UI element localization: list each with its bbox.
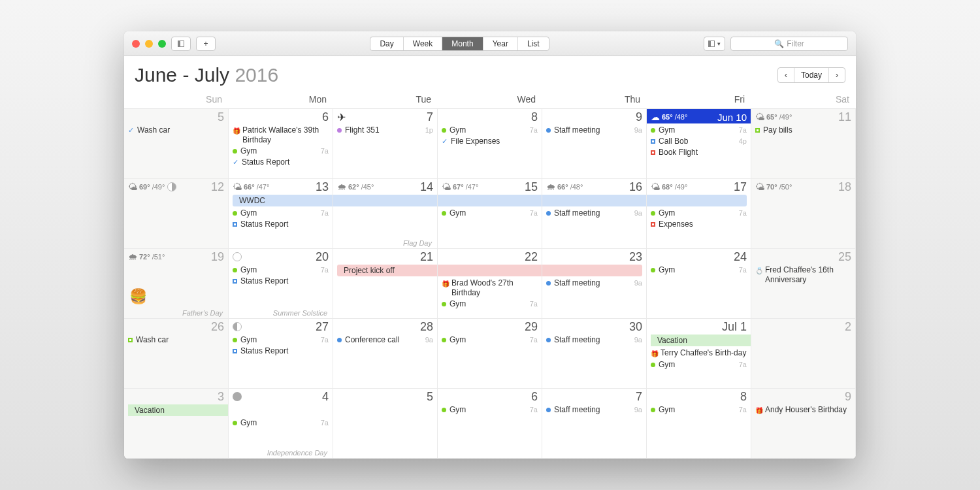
multi-day-event[interactable] <box>751 335 851 346</box>
task-checkbox[interactable] <box>233 222 237 227</box>
view-tab-year[interactable]: Year <box>483 37 518 50</box>
day-cell[interactable]: 🌤68°/49°17Gym7aExpenses <box>647 179 751 249</box>
day-cell[interactable]: 9🎁Andy Houser's Birthday <box>751 389 856 459</box>
day-cell[interactable]: 🌧62°/45°14Flag Day <box>333 179 438 249</box>
multi-day-event[interactable] <box>333 195 437 206</box>
day-cell[interactable]: ✈7Flight 3511p <box>333 109 438 179</box>
task-checkbox[interactable] <box>233 279 237 284</box>
event[interactable]: 🎁Terry Chaffee's Birth-day <box>651 348 747 359</box>
maximize-button[interactable] <box>158 40 166 48</box>
close-button[interactable] <box>132 40 140 48</box>
view-tab-week[interactable]: Week <box>404 37 442 50</box>
day-cell[interactable]: 29Gym7a <box>438 319 542 389</box>
event[interactable]: ✓Wash car <box>128 125 224 136</box>
event[interactable]: Staff meeting9a <box>546 335 642 346</box>
event[interactable]: Status Report <box>233 346 329 357</box>
day-cell[interactable]: 9Staff meeting9a <box>542 109 647 179</box>
today-button[interactable]: Today <box>794 68 829 82</box>
event[interactable]: Staff meeting9a <box>546 404 642 416</box>
day-cell[interactable]: 24Gym7a <box>647 249 751 319</box>
day-cell[interactable]: 6Gym7a <box>438 389 542 459</box>
event[interactable]: Staff meeting9a <box>546 125 642 136</box>
day-cell[interactable]: 4Gym7aIndependence Day <box>229 389 333 459</box>
day-cell[interactable]: 5✓Wash car <box>124 109 229 179</box>
event[interactable]: Gym7a <box>233 208 329 219</box>
appearance-button[interactable]: ▾ <box>704 37 725 51</box>
event[interactable]: Status Report <box>233 276 329 287</box>
event[interactable]: Staff meeting9a <box>546 208 642 219</box>
day-cell[interactable]: 8Gym7a✓File Expenses <box>438 109 542 179</box>
event[interactable]: ✓File Expenses <box>442 136 538 147</box>
event[interactable]: Expenses <box>651 219 747 230</box>
view-tab-month[interactable]: Month <box>442 37 483 50</box>
multi-day-event[interactable] <box>438 265 542 276</box>
multi-day-event[interactable] <box>438 195 542 206</box>
event[interactable]: Gym7a <box>233 335 329 346</box>
task-checkbox[interactable] <box>128 338 133 342</box>
day-cell[interactable]: 🌧66°/48°16Staff meeting9a <box>542 179 647 249</box>
event[interactable]: 💍Fred Chaffee's 16th Anniversary <box>755 265 851 286</box>
day-cell[interactable]: 🌤65°/49°11Pay bills <box>751 109 856 179</box>
day-cell[interactable]: 3Vacation <box>124 389 229 459</box>
day-cell[interactable]: 7Staff meeting9a <box>542 389 647 459</box>
day-cell[interactable]: 🌤67°/47°15Gym7a <box>438 179 542 249</box>
day-cell[interactable]: 26Wash car <box>124 319 229 389</box>
day-cell[interactable]: 21Project kick off <box>333 249 438 319</box>
event[interactable]: Gym7a <box>651 404 747 416</box>
event[interactable]: Gym7a <box>442 299 538 310</box>
event[interactable]: ✓Status Report <box>233 157 329 168</box>
event[interactable]: Gym7a <box>651 208 747 219</box>
day-cell[interactable]: 2 <box>751 319 856 389</box>
event[interactable]: Status Report <box>233 219 329 230</box>
multi-day-event[interactable] <box>542 265 642 276</box>
day-cell[interactable]: 8Gym7a <box>647 389 751 459</box>
day-cell[interactable]: 6🎁Patrick Wallace's 39th BirthdayGym7a✓S… <box>229 109 333 179</box>
event[interactable]: Gym7a <box>442 404 538 416</box>
multi-day-event[interactable]: Vacation <box>128 404 228 416</box>
event[interactable]: 🎁Brad Wood's 27th Birthday <box>442 278 538 299</box>
view-tab-day[interactable]: Day <box>370 37 403 50</box>
event[interactable]: Conference call9a <box>337 335 433 346</box>
multi-day-event[interactable] <box>647 195 747 206</box>
day-cell[interactable]: 27Gym7aStatus Report <box>229 319 333 389</box>
event[interactable]: Gym7a <box>651 125 747 136</box>
event[interactable]: Book Flight <box>651 147 747 158</box>
event[interactable]: Flight 3511p <box>337 125 433 136</box>
day-cell[interactable]: 🌤70°/50°18 <box>751 179 856 249</box>
task-checkbox[interactable] <box>755 128 760 133</box>
view-tab-list[interactable]: List <box>518 37 549 50</box>
event[interactable]: 🎁Patrick Wallace's 39th Birthday <box>233 125 329 146</box>
task-checkbox[interactable] <box>233 349 237 353</box>
event[interactable]: Gym7a <box>651 359 747 370</box>
day-cell[interactable]: 🌤66°/47°13WWDCGym7aStatus Report <box>229 179 333 249</box>
event[interactable]: 🎁Andy Houser's Birthday <box>755 404 851 416</box>
next-button[interactable]: › <box>829 68 845 82</box>
day-cell[interactable]: 🌤69°/49°12 <box>124 179 229 249</box>
day-cell[interactable]: 22🎁Brad Wood's 27th BirthdayGym7a <box>438 249 542 319</box>
minimize-button[interactable] <box>145 40 153 48</box>
add-button[interactable]: + <box>196 37 216 51</box>
event[interactable]: Gym7a <box>233 417 329 429</box>
day-cell[interactable]: Jul 1Vacation🎁Terry Chaffee's Birth-dayG… <box>647 319 751 389</box>
day-cell[interactable]: 25💍Fred Chaffee's 16th Anniversary <box>751 249 856 319</box>
day-cell[interactable]: ☁65°/48°Jun 10Gym7aCall Bob4pBook Flight <box>647 109 751 179</box>
day-cell[interactable]: 🌧72°/51°19🍔Father's Day <box>124 249 229 319</box>
day-cell[interactable]: 30Staff meeting9a <box>542 319 647 389</box>
multi-day-event[interactable] <box>333 404 433 416</box>
multi-day-event[interactable]: WWDC <box>233 195 333 206</box>
filter-input[interactable]: 🔍 Filter <box>730 37 848 51</box>
event[interactable]: Call Bob4p <box>651 136 747 147</box>
day-cell[interactable]: 5 <box>333 389 438 459</box>
event[interactable]: Gym7a <box>442 335 538 346</box>
event[interactable]: Gym7a <box>233 265 329 276</box>
multi-day-event[interactable] <box>229 404 333 416</box>
sidebar-toggle-button[interactable] <box>171 37 191 51</box>
multi-day-event[interactable]: Vacation <box>651 335 751 346</box>
event[interactable]: Gym7a <box>651 265 747 276</box>
event[interactable]: Pay bills <box>755 125 851 136</box>
event[interactable]: Wash car <box>128 335 224 346</box>
event[interactable]: Gym7a <box>442 125 538 136</box>
task-checkbox[interactable] <box>651 222 655 227</box>
task-checkbox[interactable] <box>651 139 655 144</box>
event[interactable]: Gym7a <box>442 208 538 219</box>
